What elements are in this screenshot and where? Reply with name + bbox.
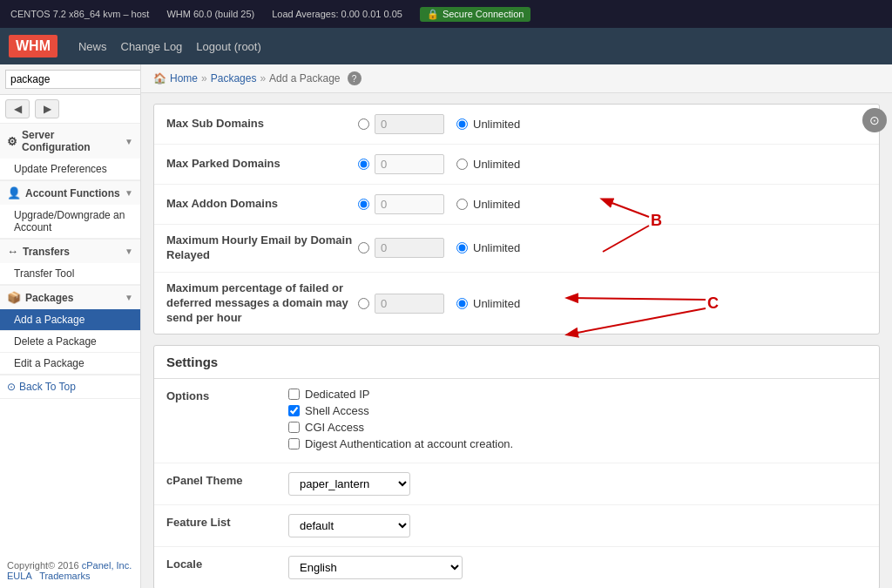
checkbox-row-cgi-access: CGI Access [288, 421, 867, 434]
feature-list-controls: default [288, 514, 867, 537]
sidebar-item-upgrade-downgrade[interactable]: Upgrade/Downgrade an Account [0, 205, 140, 239]
search-input[interactable] [5, 70, 141, 89]
server-info: CENTOS 7.2 x86_64 kvm – host [10, 9, 149, 19]
breadcrumb-home-link[interactable]: Home [170, 72, 198, 84]
controls-max-deferred: Unlimited [358, 294, 520, 314]
feature-list-select[interactable]: default [288, 514, 410, 537]
radio-parked-number[interactable] [358, 159, 369, 170]
breadcrumb-packages-link[interactable]: Packages [211, 72, 257, 84]
secure-badge: 🔒 Secure Connection [420, 7, 531, 22]
label-addon-unlimited: Unlimited [473, 198, 520, 211]
nav-changelog[interactable]: Change Log [121, 40, 183, 53]
navbar: WHM News Change Log Logout (root) [0, 28, 892, 64]
account-icon: 👤 [7, 186, 21, 199]
breadcrumb: 🏠 Home » Packages » Add a Package ? [141, 64, 892, 93]
cpanel-theme-select[interactable]: paper_lantern x3 [288, 472, 410, 496]
row-locale: Locale English Spanish French [154, 547, 879, 588]
back-to-top-label: Back To Top [19, 381, 76, 393]
topbar: CENTOS 7.2 x86_64 kvm – host WHM 60.0 (b… [0, 0, 892, 28]
radio-group-addon-number [358, 194, 444, 214]
back-to-top-icon: ⊙ [7, 381, 16, 393]
breadcrumb-current: Add a Package [269, 72, 340, 84]
controls-max-hourly-email: Unlimited [358, 238, 520, 258]
nav-forward-arrow[interactable]: ▶ [35, 99, 59, 118]
checkbox-shell-access[interactable] [288, 405, 300, 416]
radio-sub-unlimited[interactable] [456, 118, 468, 130]
label-email-unlimited: Unlimited [473, 241, 520, 254]
label-max-hourly-email: Maximum Hourly Email by Domain Relayed [166, 233, 358, 263]
sidebar-section-header-packages[interactable]: 📦 Packages ▼ [0, 286, 140, 309]
controls-max-sub-domains: Unlimited [358, 114, 520, 134]
server-config-arrow: ▼ [125, 137, 133, 146]
sidebar-section-account: 👤 Account Functions ▼ Upgrade/Downgrade … [0, 181, 140, 240]
account-arrow: ▼ [125, 188, 133, 198]
input-deferred-number[interactable] [375, 294, 444, 314]
radio-email-unlimited[interactable] [456, 242, 468, 253]
sidebar-section-header-account[interactable]: 👤 Account Functions ▼ [0, 181, 140, 205]
label-deferred-unlimited: Unlimited [473, 297, 520, 310]
packages-label: Packages [25, 292, 73, 304]
layout: ✕ ◀ ▶ ⚙ Server Configuration ▼ Update Pr… [0, 64, 892, 588]
sidebar-item-delete-package[interactable]: Delete a Package [0, 331, 140, 353]
radio-email-number[interactable] [358, 242, 369, 253]
eula-link[interactable]: EULA [7, 571, 31, 581]
back-to-top-link[interactable]: ⊙ Back To Top [0, 375, 140, 399]
account-label: Account Functions [25, 187, 120, 199]
checkbox-row-dedicated-ip: Dedicated IP [288, 388, 867, 401]
sidebar-nav-arrows: ◀ ▶ [0, 95, 140, 124]
row-feature-list: Feature List default [154, 505, 879, 547]
copyright-text: Copyright© 2016 [7, 560, 79, 571]
input-addon-number[interactable] [375, 194, 444, 214]
sidebar-item-update-preferences[interactable]: Update Preferences [0, 159, 140, 180]
input-email-number[interactable] [375, 238, 444, 258]
company-link[interactable]: cPanel, Inc. [82, 560, 132, 571]
controls-max-parked-domains: Unlimited [358, 154, 520, 174]
radio-addon-number[interactable] [358, 199, 369, 210]
input-sub-number[interactable] [375, 114, 444, 134]
label-digest-auth: Digest Authentication at account creatio… [305, 437, 513, 450]
radio-addon-unlimited[interactable] [456, 199, 468, 210]
sidebar-search-bar[interactable]: ✕ [0, 64, 140, 95]
nav-news[interactable]: News [78, 40, 107, 53]
sidebar-section-header-transfers[interactable]: ↔ Transfers ▼ [0, 240, 140, 263]
radio-sub-number[interactable] [358, 118, 369, 130]
row-max-hourly-email: Maximum Hourly Email by Domain Relayed U… [154, 225, 879, 273]
trademarks-link[interactable]: Trademarks [39, 571, 90, 581]
breadcrumb-sep2: » [260, 72, 266, 84]
row-max-deferred: Maximum percentage of failed or deferred… [154, 273, 879, 335]
cpanel-theme-label: cPanel Theme [166, 472, 288, 496]
radio-group-deferred-unlimited: Unlimited [456, 297, 520, 310]
label-max-parked-domains: Max Parked Domains [166, 157, 358, 172]
whm-logo: WHM [9, 35, 57, 57]
checkbox-dedicated-ip[interactable] [288, 389, 300, 400]
locale-select[interactable]: English Spanish French [288, 556, 463, 579]
breadcrumb-home-icon: 🏠 [153, 72, 166, 84]
label-cgi-access: CGI Access [305, 421, 364, 434]
row-max-sub-domains: Max Sub Domains Unlimited [154, 105, 879, 145]
checkbox-digest-auth[interactable] [288, 438, 300, 449]
row-cpanel-theme: cPanel Theme paper_lantern x3 [154, 463, 879, 505]
radio-deferred-unlimited[interactable] [456, 298, 468, 309]
row-options: Options Dedicated IP Shell Access CGI Ac… [154, 379, 879, 463]
sidebar-item-edit-package[interactable]: Edit a Package [0, 353, 140, 375]
transfers-icon: ↔ [7, 245, 18, 258]
sidebar-item-add-package[interactable]: Add a Package [0, 309, 140, 331]
input-parked-number[interactable] [375, 154, 444, 174]
nav-logout[interactable]: Logout (root) [196, 40, 260, 53]
packages-icon: 📦 [7, 291, 21, 304]
radio-deferred-number[interactable] [358, 298, 369, 309]
help-icon[interactable]: ? [348, 71, 362, 85]
nav-back-arrow[interactable]: ◀ [5, 99, 30, 118]
server-config-label: Server Configuration [22, 129, 125, 153]
sidebar-section-header-server-config[interactable]: ⚙ Server Configuration ▼ [0, 124, 140, 159]
side-help-icon[interactable]: ⊙ [862, 108, 887, 132]
radio-parked-unlimited[interactable] [456, 159, 468, 170]
sidebar-section-server-config: ⚙ Server Configuration ▼ Update Preferen… [0, 124, 140, 181]
server-config-icon: ⚙ [7, 135, 17, 148]
lock-icon: 🔒 [427, 9, 439, 20]
sidebar-footer: Copyright© 2016 cPanel, Inc. EULA Tradem… [0, 553, 140, 588]
sidebar-item-transfer-tool[interactable]: Transfer Tool [0, 263, 140, 285]
settings-panel: Settings Options Dedicated IP Shell Acce… [153, 345, 880, 588]
checkbox-cgi-access[interactable] [288, 422, 300, 433]
label-sub-unlimited: Unlimited [473, 118, 520, 131]
